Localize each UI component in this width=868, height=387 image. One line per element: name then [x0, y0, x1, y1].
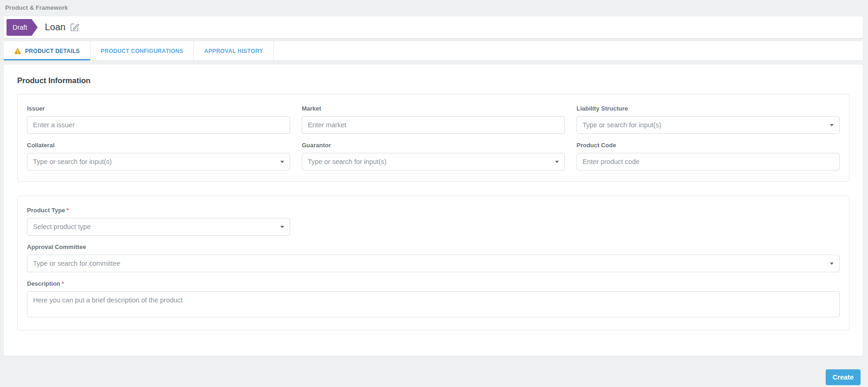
field-collateral: Collateral Type or search for input(s): [27, 142, 290, 171]
caret-down-icon: [280, 161, 284, 163]
caret-down-icon: [830, 262, 834, 265]
required-marker: *: [66, 207, 69, 214]
tab-product-configurations[interactable]: PRODUCT CONFIGURATIONS: [91, 41, 194, 60]
page-title: Loan: [45, 22, 66, 33]
status-badge: Draft: [7, 19, 32, 36]
tab-product-details[interactable]: PRODUCT DETAILS: [4, 41, 91, 60]
caret-down-icon: [555, 161, 559, 163]
tab-approval-history[interactable]: APPROVAL HISTORY: [194, 41, 273, 60]
description-textarea[interactable]: [27, 291, 840, 317]
caret-down-icon: [280, 226, 284, 228]
product-type-label-text: Product Type: [27, 207, 65, 214]
warning-icon: [14, 47, 21, 54]
field-issuer: Issuer: [27, 105, 290, 134]
field-guarantor: Guarantor Type or search for input(s): [302, 142, 565, 171]
footer-actions: Create: [0, 356, 868, 385]
collateral-label: Collateral: [27, 142, 290, 149]
field-market: Market: [302, 105, 565, 134]
description-label-text: Description: [27, 280, 60, 287]
field-product-code: Product Code: [576, 142, 840, 171]
section-title: Product Information: [17, 76, 849, 85]
product-type-panel: Product Type* Select product type Approv…: [17, 196, 849, 330]
product-type-label: Product Type*: [27, 207, 840, 214]
market-label: Market: [302, 105, 565, 112]
liability-structure-placeholder: Type or search for input(s): [583, 121, 661, 129]
main-card: Product Information Issuer Market Liabil…: [4, 65, 863, 356]
liability-structure-select[interactable]: Type or search for input(s): [576, 116, 840, 134]
tab-label: PRODUCT DETAILS: [25, 48, 80, 54]
header-bar: Draft Loan: [4, 16, 863, 38]
approval-committee-select[interactable]: Type or search for committee: [27, 255, 840, 272]
breadcrumb: Product & Framework: [0, 0, 868, 14]
tab-label: PRODUCT CONFIGURATIONS: [101, 48, 184, 54]
create-button[interactable]: Create: [826, 369, 861, 385]
approval-committee-label: Approval Committee: [27, 243, 840, 250]
guarantor-label: Guarantor: [302, 142, 565, 149]
guarantor-placeholder: Type or search for input(s): [308, 158, 386, 165]
field-product-type: Product Type* Select product type: [27, 207, 840, 236]
guarantor-select[interactable]: Type or search for input(s): [302, 153, 565, 171]
status-badge-label: Draft: [13, 24, 27, 31]
collateral-placeholder: Type or search for input(s): [33, 158, 112, 165]
product-info-panel: Issuer Market Liability Structure Type o…: [17, 94, 849, 182]
product-type-select[interactable]: Select product type: [27, 218, 290, 236]
market-input[interactable]: [302, 116, 565, 134]
required-marker: *: [62, 280, 64, 287]
description-label: Description*: [27, 280, 840, 287]
liability-structure-label: Liability Structure: [576, 105, 840, 112]
collateral-select[interactable]: Type or search for input(s): [27, 153, 290, 171]
field-description: Description*: [27, 280, 840, 319]
edit-icon[interactable]: [70, 22, 80, 32]
field-liability-structure: Liability Structure Type or search for i…: [576, 105, 840, 134]
tab-label: APPROVAL HISTORY: [204, 48, 263, 54]
issuer-label: Issuer: [27, 105, 290, 112]
caret-down-icon: [830, 124, 834, 126]
product-code-input[interactable]: [576, 153, 840, 171]
product-type-placeholder: Select product type: [33, 223, 91, 230]
field-approval-committee: Approval Committee Type or search for co…: [27, 243, 840, 272]
issuer-input[interactable]: [27, 116, 290, 134]
approval-committee-placeholder: Type or search for committee: [33, 260, 120, 267]
tab-bar: PRODUCT DETAILS PRODUCT CONFIGURATIONS A…: [4, 41, 863, 60]
product-code-label: Product Code: [576, 142, 840, 149]
